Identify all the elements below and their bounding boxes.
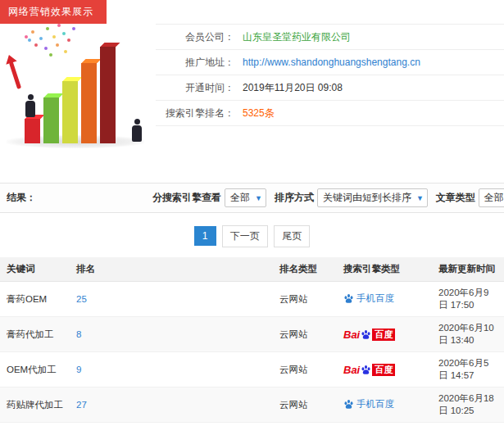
table-row: OEM代加工9云网站Bai百度2020年6月5日 14:57 — [0, 352, 504, 387]
page-title: 网络营销效果展示 — [0, 0, 107, 24]
header-rank: 排名 — [70, 257, 273, 282]
marketing-graphic — [0, 24, 156, 153]
company-link[interactable]: 山东皇圣堂药业有限公司 — [243, 30, 351, 44]
open-time-value: 2019年11月20日 09:08 — [243, 81, 343, 95]
graphic-bar — [62, 81, 78, 143]
businessman-figure-right — [131, 119, 143, 142]
article-type-select[interactable]: 全部 ▼ — [479, 188, 504, 207]
mobile-baidu-badge: 手机百度 — [343, 398, 394, 410]
rank-type-cell: 云网站 — [273, 317, 337, 352]
results-table: 关键词 排名 排名类型 搜索引擎类型 最新更新时间 膏药OEM25云网站手机百度… — [0, 257, 504, 426]
top-section: 会员公司： 山东皇圣堂药业有限公司 推广地址： http://www.shand… — [0, 24, 504, 153]
rank-type-cell: 云网站 — [273, 387, 337, 423]
result-label: 结果： — [7, 191, 152, 205]
table-row: 膏药代加工8云网站Bai百度2020年6月10日 13:40 — [0, 317, 504, 352]
baidu-logo: Bai百度 — [343, 364, 395, 376]
info-row-rank-count: 搜索引擎排名： 5325条 — [156, 101, 504, 126]
update-time-cell: 2020年6月9日 17:50 — [432, 282, 504, 317]
filter-bar: 结果： 分搜索引擎查看 全部 ▼ 排序方式 关键词由短到长排序 ▼ 文章类型 全… — [0, 183, 504, 213]
confetti-dots-decoration — [25, 35, 28, 39]
next-page-button[interactable]: 下一页 — [222, 225, 268, 247]
graphic-bar — [25, 119, 40, 143]
rank-cell[interactable]: 27 — [70, 387, 273, 423]
engine-filter-label: 分搜索引擎查看 — [152, 191, 221, 205]
engine-cell: Bai百度 — [337, 423, 432, 426]
bar-chart-graphic — [25, 47, 116, 143]
rank-count-value: 5325条 — [243, 106, 275, 120]
company-label: 会员公司： — [156, 30, 234, 44]
info-row-open-time: 开通时间： 2019年11月20日 09:08 — [156, 75, 504, 101]
header-update-time: 最新更新时间 — [432, 257, 504, 282]
baidu-paw-icon — [361, 329, 371, 340]
promo-url-link[interactable]: http://www.shandonghuangshengtang.cn — [243, 57, 420, 68]
info-row-company: 会员公司： 山东皇圣堂药业有限公司 — [156, 25, 504, 50]
table-row: 膏药OEM25云网站手机百度2020年6月9日 17:50 — [0, 282, 504, 317]
info-row-url: 推广地址： http://www.shandonghuangshengtang.… — [156, 50, 504, 75]
rank-type-cell: 云网站 — [273, 423, 337, 426]
open-time-label: 开通时间： — [156, 81, 234, 95]
results-table-body: 膏药OEM25云网站手机百度2020年6月9日 17:50膏药代加工8云网站Ba… — [0, 282, 504, 426]
last-page-button[interactable]: 尾页 — [274, 225, 310, 247]
table-row: 药贴牌代加工27云网站手机百度2020年6月18日 10:25 — [0, 387, 504, 423]
rank-cell[interactable]: 1 — [70, 423, 273, 426]
pagination: 1 下一页 尾页 — [0, 225, 504, 247]
keyword-cell: 膏药代加工 — [0, 317, 70, 352]
graphic-bar — [43, 97, 59, 143]
table-row: 北京膏药贴牌1云网站Bai百度2020年6月11日 11:18 — [0, 423, 504, 426]
header-keyword: 关键词 — [0, 257, 70, 282]
promo-url-label: 推广地址： — [156, 56, 234, 70]
update-time-cell: 2020年6月11日 11:18 — [432, 423, 504, 426]
graphic-bar — [100, 47, 116, 143]
engine-cell: Bai百度 — [337, 352, 432, 387]
rank-type-cell: 云网站 — [273, 352, 337, 387]
rank-count-label: 搜索引擎排名： — [156, 106, 234, 120]
baidu-paw-icon — [361, 365, 371, 375]
keyword-cell: 膏药OEM — [0, 282, 70, 317]
mobile-baidu-paw-icon — [343, 293, 354, 304]
sort-label: 排序方式 — [275, 191, 314, 205]
engine-cell: Bai百度 — [337, 317, 432, 352]
keyword-cell: 药贴牌代加工 — [0, 387, 70, 423]
mobile-baidu-badge: 手机百度 — [343, 292, 394, 305]
rank-cell[interactable]: 25 — [70, 282, 273, 317]
mobile-baidu-paw-icon — [343, 399, 354, 410]
article-type-selected-value: 全部 — [484, 191, 504, 205]
engine-cell: 手机百度 — [337, 282, 432, 317]
businessman-figure-left — [25, 94, 36, 117]
sort-select[interactable]: 关键词由短到长排序 ▼ — [317, 188, 428, 207]
keyword-cell: 北京膏药贴牌 — [0, 423, 70, 426]
update-time-cell: 2020年6月5日 14:57 — [432, 352, 504, 387]
sort-selected-value: 关键词由短到长排序 — [323, 191, 411, 205]
graphic-bar — [81, 63, 97, 143]
rank-cell[interactable]: 9 — [70, 352, 273, 387]
header-rank-type: 排名类型 — [273, 257, 337, 282]
table-header-row: 关键词 排名 排名类型 搜索引擎类型 最新更新时间 — [0, 257, 504, 282]
member-info-panel: 会员公司： 山东皇圣堂药业有限公司 推广地址： http://www.shand… — [156, 24, 504, 153]
update-time-cell: 2020年6月18日 10:25 — [432, 387, 504, 423]
keyword-cell: OEM代加工 — [0, 352, 70, 387]
page-number-current[interactable]: 1 — [194, 226, 216, 246]
rank-type-cell: 云网站 — [273, 282, 337, 317]
rank-cell[interactable]: 8 — [70, 317, 273, 352]
chevron-down-icon: ▼ — [255, 194, 262, 202]
engine-filter-selected-value: 全部 — [230, 191, 250, 205]
baidu-logo: Bai百度 — [343, 329, 395, 341]
chevron-down-icon: ▼ — [416, 194, 424, 202]
engine-filter-select[interactable]: 全部 ▼ — [225, 188, 266, 207]
update-time-cell: 2020年6月10日 13:40 — [432, 317, 504, 352]
article-type-label: 文章类型 — [436, 191, 475, 205]
growth-arrow-icon — [9, 61, 21, 89]
engine-cell: 手机百度 — [337, 387, 432, 423]
header-engine-type: 搜索引擎类型 — [337, 257, 432, 282]
